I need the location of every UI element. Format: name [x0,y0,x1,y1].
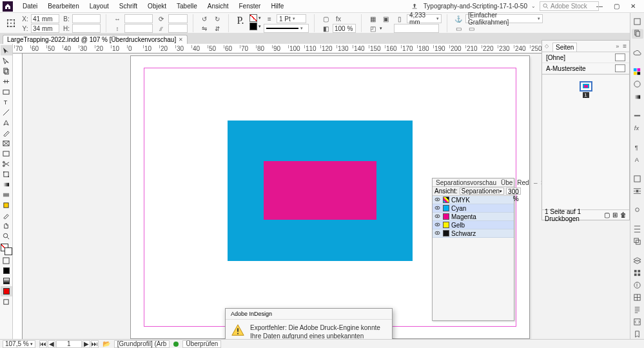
cloud-share-icon[interactable] [411,2,420,11]
sep-tab-3[interactable]: Red [516,179,530,186]
new-page-icon[interactable]: ⊞ [612,211,618,218]
wrap-bound-icon[interactable]: ▣ [380,14,391,23]
sep-row-magenta[interactable]: Magenta [433,213,514,221]
links-panel-icon[interactable] [632,205,643,215]
effects-icon[interactable]: fx [333,14,344,23]
document-tab[interactable]: LargeTrapping-2022.indd @ 107 % [Überdru… [3,35,188,44]
align-panel-icon[interactable] [632,224,643,234]
format-container-icon[interactable] [1,255,12,266]
preflight-status-icon[interactable] [173,342,179,347]
page-1-thumb[interactable] [580,81,592,92]
chevron-down-icon[interactable]: ▾ [380,26,382,31]
sep-row-gelb[interactable]: Gelb [433,221,514,229]
autofit-icon[interactable]: ▢ [320,14,331,23]
gradient-panel-icon[interactable] [632,92,643,102]
pages-panel-icon[interactable] [632,29,643,39]
align-group-icon2[interactable]: ▭ [465,24,477,33]
content-collector-tool[interactable] [1,86,12,97]
rectangle-tool[interactable] [1,148,12,159]
menu-fenster[interactable]: Fenster [235,1,266,11]
pathfinder-icon[interactable] [632,237,643,246]
adobe-stock-search[interactable]: Adobe Stock [540,1,599,11]
cc-libraries-icon[interactable] [632,48,643,58]
character-styles-icon[interactable]: A [632,155,643,164]
tab-close-icon[interactable]: ✕ [179,37,183,43]
preflight-chip[interactable]: Überprüfen [182,340,221,348]
gap-field[interactable] [394,24,439,33]
rotate-field[interactable] [168,14,188,23]
screen-mode-preview[interactable] [1,286,12,296]
color-panel-icon[interactable] [632,79,643,89]
gradient-swatch-tool[interactable] [1,179,12,189]
visibility-icon[interactable] [434,205,441,212]
gradient-feather-tool[interactable] [1,189,12,200]
rectangle-frame-tool[interactable] [1,138,12,148]
master-row-none[interactable]: [Ohne] [542,52,629,63]
tables-panel-icon[interactable] [632,293,643,302]
paragraph-styles-icon[interactable]: ¶ [632,142,643,152]
close-button[interactable]: ✕ [625,0,641,13]
visibility-icon[interactable] [434,230,441,237]
sep-row-cmyk[interactable]: CMYK [433,196,514,204]
zoom-dropdown[interactable]: 107,5 %▾ [3,340,35,348]
pages-tab-indicator[interactable]: ◇ [545,43,549,49]
free-transform-tool[interactable] [1,169,12,179]
index-panel-icon[interactable] [632,305,643,314]
chevron-down-icon[interactable]: ▾ [259,24,261,29]
zoom-tool[interactable] [1,231,12,241]
direct-selection-tool[interactable] [1,55,12,66]
edit-page-size-icon[interactable]: ▢ [604,211,610,218]
sep-tab-main[interactable]: Separationsvorschau [434,179,498,186]
doc-name-caret[interactable]: ⌄ [531,3,536,9]
shear-field[interactable] [168,24,188,33]
stroke-indicator[interactable] [5,247,12,255]
canvas[interactable] [23,53,630,339]
scale-y-field[interactable] [124,24,153,33]
page-number-field[interactable]: 1 [56,340,82,348]
pages-panel[interactable]: ◇ Seiten » ≡ [Ohne] A-Musterseite 1 1 Se… [542,40,630,220]
panel-minimize-icon[interactable]: – [532,179,539,186]
swatches-panel-icon[interactable] [632,67,643,77]
open-icon[interactable]: 📂 [102,340,110,347]
separations-panel[interactable]: Separationsvorschau Übe Red – × ≡ Ansich… [432,178,514,321]
stroke-weight-field[interactable]: 1 Pt▾ [277,14,306,23]
magenta-rectangle[interactable] [264,161,376,220]
glyphs-panel-icon[interactable] [632,268,643,278]
stroke-swatch[interactable] [249,23,257,30]
note-tool[interactable] [1,200,12,210]
scissors-tool[interactable] [1,159,12,169]
pages-expand-icon[interactable]: » [616,43,619,50]
scale-x-field[interactable] [124,14,153,23]
sep-tab-2[interactable]: Übe [500,179,514,186]
x-field[interactable]: 41 mm [31,14,59,23]
hand-tool[interactable] [1,220,12,231]
reference-point-proxy[interactable] [4,14,18,32]
first-page-icon[interactable]: ⏮ [39,340,47,348]
line-tool[interactable] [1,107,12,117]
anchor-icon[interactable]: ⚓ [453,14,464,23]
menu-tabelle[interactable]: Tabelle [172,1,202,11]
fill-stroke-indicator[interactable] [1,244,12,255]
wrap-none-icon[interactable]: ▦ [367,14,378,23]
corner-radius-field[interactable]: 4,233 mm▾ [407,14,442,23]
flip-v-icon[interactable]: ⇵ [211,24,223,33]
visibility-icon[interactable] [434,222,441,229]
rotate-ccw-icon[interactable]: ↺ [199,14,210,23]
menu-bearbeiten[interactable]: Bearbeiten [43,1,83,11]
scripts-panel-icon[interactable] [632,317,643,327]
eyedropper-tool[interactable] [1,210,12,220]
delete-page-icon[interactable]: 🗑 [620,211,627,218]
align-group-icon[interactable]: ▭ [453,24,464,33]
type-tool[interactable]: T [1,97,12,107]
sep-row-cyan[interactable]: Cyan [433,204,514,213]
sep-pct-field[interactable]: 300 % [506,188,521,195]
screen-mode-normal[interactable] [1,296,12,307]
prev-page-icon[interactable]: ◀ [48,340,55,348]
apply-gradient-icon[interactable] [1,276,12,286]
info-panel-icon[interactable]: i [632,280,643,290]
visibility-icon[interactable] [434,213,441,220]
flip-h-icon[interactable]: ⇋ [199,24,210,33]
pen-tool[interactable] [1,117,12,128]
menu-layout[interactable]: Layout [85,1,113,11]
h-field[interactable] [72,24,101,33]
